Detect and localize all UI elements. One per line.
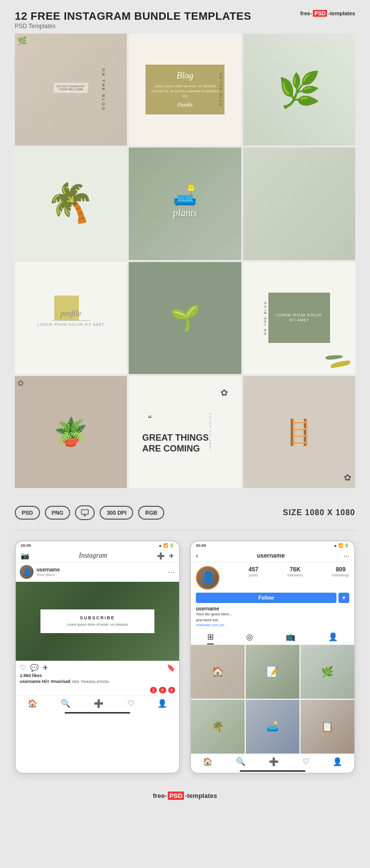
notifications-bar: 1 9 5 xyxy=(16,685,179,695)
home-indicator-2 xyxy=(240,770,305,772)
post-username: username xyxy=(37,567,60,572)
see-translation[interactable]: SEE TRANSLATION xyxy=(72,679,109,684)
template-cell-4: 🌴 xyxy=(15,148,127,260)
posts-label: posts xyxy=(249,573,259,577)
overlay-subscribe-title: SUBSCRIBE xyxy=(47,615,148,620)
more-options2-icon[interactable]: ··· xyxy=(343,552,349,560)
palm-leaf-icon: 🌴 xyxy=(41,175,101,233)
template-cell-9: ON THE BLOG LOREM IPSUM DOLOR SIT AMET xyxy=(243,262,355,374)
template-cell-10: ✿ 🪴 xyxy=(15,376,127,488)
sign: DO NOT OVERSTAY YOUR WELCOME xyxy=(53,82,88,93)
likes-count: 1.984 likes xyxy=(16,673,179,679)
badges-left: PSD PNG 300 DPI RGB xyxy=(15,505,164,520)
on-the-blog-vert: ON THE BLOG xyxy=(219,73,222,107)
badge-png: PNG xyxy=(45,506,71,520)
branch-deco2-icon: ✿ xyxy=(344,472,351,483)
profile-tabs: ⊞ ◎ 📺 👤 xyxy=(191,630,354,645)
inbox-icon[interactable]: ✈ xyxy=(169,552,174,560)
logo-free: free- xyxy=(300,10,312,16)
heart2-nav-icon[interactable]: ♡ xyxy=(302,757,309,766)
profile-grid: 🏠 📝 🌿 🌴 🛋️ 📋 xyxy=(191,645,354,754)
header-left: 12 FREE INSTAGRAM BUNDLE TEMPLATES PSD T… xyxy=(15,10,251,30)
reels-tab-icon[interactable]: 👤 xyxy=(328,632,338,644)
footer-logo-free: free- xyxy=(153,792,167,799)
bio-line1: Your bio goes here... xyxy=(196,611,349,617)
search2-nav-icon[interactable]: 🔍 xyxy=(236,757,246,766)
igtv-tab-icon[interactable]: 📺 xyxy=(286,632,296,644)
header: 12 FREE INSTAGRAM BUNDLE TEMPLATES PSD T… xyxy=(15,10,355,30)
share-icon[interactable]: ✈ xyxy=(42,664,48,672)
direct-icon[interactable]: ➕ xyxy=(157,552,165,560)
bio-username: username xyxy=(196,606,349,611)
phone1-bottom-nav: 🏠 🔍 ➕ ♡ 👤 xyxy=(16,695,179,710)
instagram-logo: Instagram xyxy=(79,552,108,560)
tag-tab-icon[interactable]: ◎ xyxy=(246,632,253,644)
home2-nav-icon[interactable]: 🏠 xyxy=(203,757,213,766)
bio-link[interactable]: marinad.com.ar/ xyxy=(196,623,349,627)
on-blog-box: LOREM IPSUM DOLOR SIT AMET xyxy=(268,293,330,343)
sign-text: DO NOT OVERSTAY xyxy=(57,85,85,88)
bookmark-icon[interactable]: 🔖 xyxy=(167,664,175,672)
quote-mark: “ xyxy=(148,414,151,425)
more-options-icon[interactable]: ··· xyxy=(168,568,175,576)
badge-dpi: 300 DPI xyxy=(100,506,133,520)
follow-button[interactable]: Follow xyxy=(196,593,336,603)
page-subtitle: PSD Templates xyxy=(15,23,251,30)
template-cell-1: 🌿 DO NOT OVERSTAY YOUR WELCOME ON THE BL… xyxy=(15,34,127,146)
follow-dropdown-icon[interactable]: ▼ xyxy=(338,593,349,603)
monstera-leaf-icon: 🌿 xyxy=(278,70,321,110)
posts-num: 457 xyxy=(249,566,259,573)
badge-psd: PSD xyxy=(15,506,40,520)
notif-badge-2: 9 xyxy=(159,687,166,693)
profile2-nav-icon[interactable]: 👤 xyxy=(333,757,342,766)
blog-script: Blog xyxy=(150,71,219,81)
size-label: SIZE 1080 X 1080 xyxy=(283,508,355,517)
footer-logo: free-PSD-templates xyxy=(153,792,217,800)
blog-thanks: thanks xyxy=(150,101,219,109)
heart-nav-icon[interactable]: ♡ xyxy=(127,699,134,708)
footer-logo-templates: -templates xyxy=(185,792,217,799)
nav-icons: ➕ ✈ xyxy=(157,552,174,560)
like-icon[interactable]: ♡ xyxy=(20,664,26,672)
logo-templates: -templates xyxy=(328,10,355,16)
home-nav-icon[interactable]: 🏠 xyxy=(28,699,37,708)
add2-nav-icon[interactable]: ➕ xyxy=(269,757,279,766)
grid-cell-3: 🌿 xyxy=(300,645,354,699)
follow-row: Follow ▼ xyxy=(191,593,354,605)
post-location: Your place xyxy=(37,572,60,577)
brush-stroke-icon xyxy=(330,360,350,369)
search-nav-icon[interactable]: 🔍 xyxy=(61,699,71,708)
status-icons-1: ▲ 📶 🔋 xyxy=(158,543,174,548)
person-plant-icon: 🌱 xyxy=(170,303,200,332)
template-cell-12: 🪜 ✿ xyxy=(243,376,355,488)
stats-following: 809 followings xyxy=(332,566,349,577)
grid-tab-icon[interactable]: ⊞ xyxy=(207,632,214,644)
back-icon[interactable]: ‹ xyxy=(196,552,198,560)
followers-label: followers xyxy=(288,573,303,577)
template-cell-5: 🛋️ plants xyxy=(129,148,241,260)
badges-row: PSD PNG 300 DPI RGB SIZE 1080 X 1080 xyxy=(15,498,355,530)
bio-line2: and here too. xyxy=(196,617,349,623)
footer: free-PSD-templates xyxy=(15,784,355,805)
monstera-bg: 🌿 xyxy=(243,34,355,146)
add-nav-icon[interactable]: ➕ xyxy=(94,699,104,708)
template-grid: 🌿 DO NOT OVERSTAY YOUR WELCOME ON THE BL… xyxy=(15,34,355,488)
on-blog-vert-text: ON THE BLOG xyxy=(263,301,267,335)
post-user-details: username Your place xyxy=(37,567,60,577)
post-header: 👤 username Your place ··· xyxy=(16,562,179,582)
comment-icon[interactable]: 💬 xyxy=(30,664,38,672)
profile-header-username: username xyxy=(257,552,285,559)
following-num: 809 xyxy=(332,566,349,573)
status-bar-1: 20:09 ▲ 📶 🔋 xyxy=(16,541,179,550)
grid-cell-2: 📝 xyxy=(246,645,299,699)
phones-row: 20:09 ▲ 📶 🔋 📷 Instagram ➕ ✈ 👤 username xyxy=(15,540,355,773)
phone1-nav: 📷 Instagram ➕ ✈ xyxy=(16,550,179,562)
following-label: followings xyxy=(332,573,349,577)
template-cell-2: Blog Lorem ipsum dolor sit amet, vis det… xyxy=(129,34,241,146)
phone2-bottom-nav: 🏠 🔍 ➕ ♡ 👤 xyxy=(191,754,354,768)
camera-icon[interactable]: 📷 xyxy=(21,552,29,560)
phone-mockup-profile: 20:09 ▲ 📶 🔋 ‹ username ··· 👤 457 posts 7… xyxy=(190,540,355,773)
sofa-plant-icon: 🛋️ xyxy=(173,184,197,207)
overlay-subscribe-text: Lorem ipsum dolor sit amet, vis detracto xyxy=(47,622,148,627)
profile-nav-icon[interactable]: 👤 xyxy=(157,699,167,708)
